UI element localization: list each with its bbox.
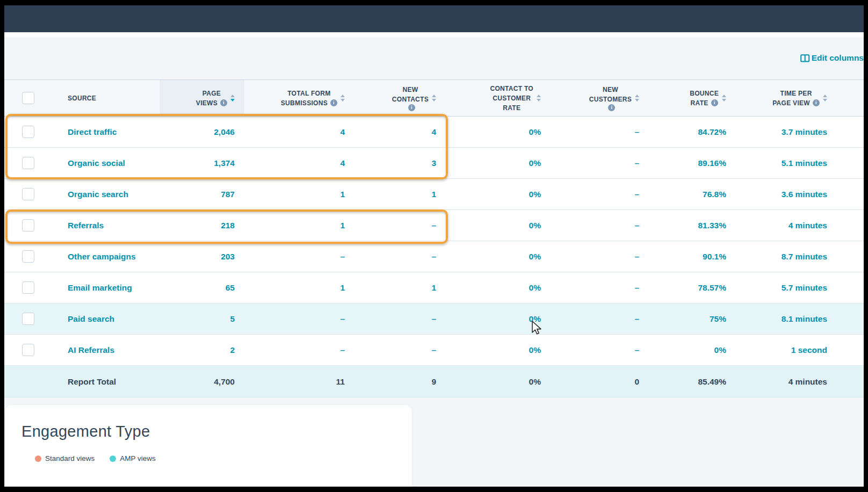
cell-total-form-submissions: 1 (244, 272, 355, 303)
sort-arrows[interactable] (823, 95, 827, 102)
cell-total-form-submissions: 1 (244, 179, 355, 210)
column-header-total-form-submissions[interactable]: TOTAL FORMSUBMISSIONSi (244, 80, 355, 117)
row-checkbox[interactable] (22, 344, 34, 356)
column-header-bounce-rate[interactable]: BOUNCERATEi (649, 80, 736, 117)
source-link[interactable]: Direct traffic (68, 127, 117, 136)
info-icon[interactable]: i (608, 104, 615, 111)
row-checkbox[interactable] (22, 219, 34, 231)
cell-total-form-submissions: – (244, 241, 355, 272)
source-link[interactable]: Email marketing (68, 283, 132, 292)
table-row[interactable]: Referrals2181–0%–81.33%4 minutes (4, 210, 864, 241)
cell-time-per-page-view: 8.7 minutes (736, 241, 864, 272)
cell-total-form-submissions: – (244, 335, 355, 366)
table-row[interactable]: AI Referrals2––0%–0%1 second (4, 335, 864, 366)
row-checkbox[interactable] (22, 250, 34, 263)
checkbox-cell (4, 210, 53, 241)
table-row[interactable]: Organic social1,374430%–89.16%5.1 minute… (4, 148, 864, 179)
row-checkbox[interactable] (22, 188, 34, 200)
table-row[interactable]: Email marketing65110%–78.57%5.7 minutes (4, 272, 864, 303)
legend-item[interactable]: Standard views (35, 454, 95, 462)
cell-new-customers: – (551, 303, 649, 335)
column-header-source[interactable]: SOURCE (53, 80, 160, 117)
table-row[interactable]: Paid search5––0%–75%8.1 minutes (4, 303, 864, 335)
checkbox-cell (4, 303, 53, 335)
checkbox-cell (4, 117, 53, 148)
cell-contact-to-customer-rate: 0% (446, 241, 551, 272)
legend-dot (110, 455, 116, 462)
legend-label: AMP views (120, 454, 156, 462)
source-cell: AI Referrals (53, 335, 160, 366)
cell-time-per-page-view: 3.6 minutes (736, 179, 864, 210)
cell-total-form-submissions: 4 (244, 148, 355, 179)
cell-contact-to-customer-rate: 0% (446, 117, 551, 148)
source-link[interactable]: Paid search (68, 314, 114, 323)
row-checkbox[interactable] (22, 281, 34, 294)
column-header-contact-to-customer-rate[interactable]: CONTACT TOCUSTOMERRATE (446, 80, 551, 117)
edit-columns-icon (800, 54, 810, 62)
checkbox-cell (4, 179, 53, 210)
cell-contact-to-customer-rate: 0% (446, 303, 551, 335)
engagement-type-title: Engagement Type (21, 423, 412, 440)
column-header-new-contacts[interactable]: NEWCONTACTSi (355, 80, 446, 117)
source-link[interactable]: Organic search (68, 190, 128, 199)
select-all-checkbox[interactable] (22, 92, 34, 104)
legend-item[interactable]: AMP views (110, 454, 156, 462)
info-icon[interactable]: i (813, 99, 820, 106)
cell-new-contacts: – (355, 303, 446, 335)
cell-new-customers: – (551, 117, 649, 148)
total-cell-page-views: 4,700 (160, 366, 244, 398)
cell-new-customers: – (551, 148, 649, 179)
source-cell: Email marketing (53, 272, 160, 303)
cell-total-form-submissions: 1 (244, 210, 355, 241)
cell-bounce-rate: 76.8% (649, 179, 736, 210)
sort-arrows[interactable] (635, 95, 639, 102)
cell-new-customers: – (551, 210, 649, 241)
cell-page-views: 1,374 (160, 148, 244, 179)
sort-arrows[interactable] (722, 95, 726, 102)
edit-columns-button[interactable]: Edit columns (800, 52, 864, 64)
info-icon[interactable]: i (711, 99, 718, 106)
cell-new-contacts: – (355, 210, 446, 241)
column-header-time-per-page-view[interactable]: TIME PERPAGE VIEWi (736, 80, 864, 117)
cell-bounce-rate: 90.1% (649, 241, 736, 272)
sort-arrows[interactable] (230, 95, 235, 102)
cell-new-contacts: 1 (355, 272, 446, 303)
app-window: Edit columns SOURCEPAGEVIEWSiTOTAL FORMS… (4, 5, 864, 487)
source-cell: Paid search (53, 303, 160, 335)
total-cell-total-form-submissions: 11 (244, 366, 355, 398)
source-link[interactable]: Organic social (68, 158, 125, 168)
table-row[interactable]: Organic search787110%–76.8%3.6 minutes (4, 179, 864, 210)
table-row[interactable]: Other campaigns203––0%–90.1%8.7 minutes (4, 241, 864, 272)
cell-new-customers: – (551, 179, 649, 210)
info-icon[interactable]: i (330, 99, 337, 106)
column-header-page-views[interactable]: PAGEVIEWSi (160, 80, 244, 117)
cell-new-customers: – (551, 335, 649, 366)
row-checkbox[interactable] (22, 157, 34, 169)
source-link[interactable]: Referrals (68, 221, 104, 230)
cell-contact-to-customer-rate: 0% (446, 148, 551, 179)
edit-columns-label: Edit columns (812, 53, 864, 63)
sort-arrows[interactable] (341, 95, 345, 102)
source-cell: Other campaigns (53, 241, 160, 272)
cell-total-form-submissions: 4 (244, 117, 355, 148)
total-cell-contact-to-customer-rate: 0% (446, 366, 551, 398)
row-checkbox[interactable] (22, 126, 34, 138)
sort-arrows[interactable] (432, 95, 436, 102)
source-link[interactable]: Other campaigns (68, 252, 136, 261)
info-icon[interactable]: i (408, 104, 415, 111)
info-icon[interactable]: i (220, 99, 227, 106)
sort-arrows[interactable] (537, 95, 541, 102)
cell-bounce-rate: 78.57% (649, 272, 736, 303)
source-cell: Referrals (53, 210, 160, 241)
report-total-label: Report Total (53, 366, 160, 398)
cell-time-per-page-view: 8.1 minutes (736, 303, 864, 335)
source-link[interactable]: AI Referrals (68, 345, 114, 354)
row-checkbox[interactable] (22, 313, 34, 325)
checkbox-cell (4, 366, 53, 398)
column-header-new-customers[interactable]: NEWCUSTOMERSi (551, 80, 649, 117)
cell-contact-to-customer-rate: 0% (446, 335, 551, 366)
cell-new-contacts: – (355, 241, 446, 272)
checkbox-cell (4, 241, 53, 272)
table-row[interactable]: Direct traffic2,046440%–84.72%3.7 minute… (4, 117, 864, 148)
select-all-header-cell (4, 80, 53, 117)
